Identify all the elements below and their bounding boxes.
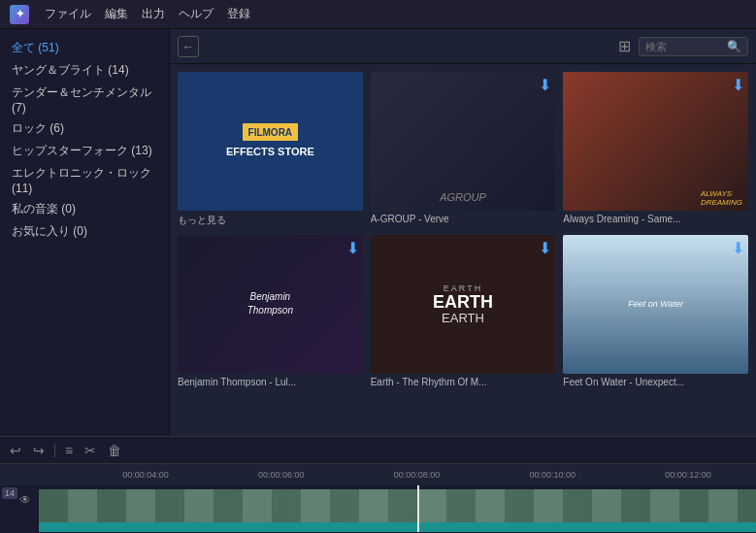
track-number: 14 [2,487,17,499]
earth-label-mid: EARTH [442,311,484,325]
menu-help[interactable]: ヘルプ [179,6,214,22]
music-item-label: A-GROUP - Verve [371,214,556,224]
music-item-label: Feet On Water - Unexpect... [563,377,748,387]
ruler-time-3: 00:00:08:00 [349,470,485,480]
menu-bar: ファイル 編集 出力 ヘルプ 登録 [45,6,250,22]
music-item-label: Always Dreaming - Same... [563,214,748,224]
clip-frame [39,489,756,524]
search-input[interactable] [645,41,723,52]
clip-frames [39,489,756,524]
thumbnail-feet: Feet on Water [563,235,748,374]
sidebar-item-electronic[interactable]: エレクトロニック・ロック (11) [0,162,169,198]
list-item[interactable]: FILMORA EFFECTS STORE もっと見る [178,72,363,227]
sidebar-item-tender[interactable]: テンダー＆センチメンタル (7) [0,82,169,117]
timeline: ↩ ↪ ≡ ✂ 🗑 00:00:04:00 00:00:06:00 00:00:… [0,436,756,533]
search-icon: 🔍 [727,40,741,53]
music-item-label: もっと見る [178,214,363,227]
timeline-controls: ↩ ↪ ≡ ✂ 🗑 [0,437,756,464]
list-item[interactable]: AGROUP ⬇ A-GROUP - Verve [371,72,556,227]
menu-output[interactable]: 出力 [142,6,165,22]
ruler-labels: 00:00:04:00 00:00:06:00 00:00:08:00 00:0… [39,470,756,480]
menu-edit[interactable]: 編集 [105,6,128,22]
thumbnail-agroup: AGROUP [371,72,556,211]
menu-register[interactable]: 登録 [227,6,250,22]
thumbnail-benjamin: BenjaminThompson [178,235,363,374]
redo-button[interactable]: ↪ [31,441,47,460]
ruler-time-2: 00:00:06:00 [214,470,349,480]
cut-button[interactable]: ✂ [82,441,98,460]
download-icon: ⬇ [732,239,744,257]
music-item-label: Earth - The Rhythm Of M... [371,377,556,387]
download-icon: ⬇ [732,76,744,94]
music-track [39,522,756,532]
sidebar-item-all[interactable]: 全て (51) [0,37,169,59]
always-text: ALWAYSDREAMING [701,189,742,207]
content-topbar: ← ⊞ 🔍 [170,29,756,64]
download-icon: ⬇ [346,239,359,257]
thumbnail-earth: EARTH EARTH EARTH [371,235,556,374]
ruler-time-1: 00:00:04:00 [78,470,214,480]
download-icon: ⬇ [539,239,551,257]
sidebar-item-rock[interactable]: ロック (6) [0,117,169,140]
playhead-head [413,485,423,486]
feet-text: Feet on Water [628,299,683,309]
sidebar-item-favorites[interactable]: お気に入り (0) [0,220,169,243]
download-icon: ⬇ [539,76,551,94]
menu-file[interactable]: ファイル [45,6,91,22]
timeline-ruler: 00:00:04:00 00:00:06:00 00:00:08:00 00:0… [0,464,756,485]
sidebar-item-hiphop[interactable]: ヒップスターフォーク (13) [0,140,169,162]
thumbnail-always: ALWAYSDREAMING [563,72,748,211]
ruler-time-5: 00:00:12:00 [620,470,756,480]
list-item[interactable]: BenjaminThompson ⬇ Benjamin Thompson - L… [178,235,363,387]
music-item-label: Benjamin Thompson - Lul... [178,377,363,387]
benjamin-text: BenjaminThompson [247,290,293,317]
topbar-right: ⊞ 🔍 [618,37,748,56]
list-item[interactable]: Feet on Water ⬇ Feet On Water - Unexpect… [563,235,748,387]
filmora-label: FILMORA [248,127,293,138]
ruler-time-4: 00:00:10:00 [484,470,620,480]
list-item[interactable]: EARTH EARTH EARTH ⬇ Earth - The Rhythm O… [371,235,556,387]
undo-button[interactable]: ↩ [8,441,23,460]
delete-button[interactable]: 🗑 [106,441,123,460]
search-box[interactable]: 🔍 [639,37,748,56]
split-button[interactable]: ≡ [63,441,75,460]
playhead [417,485,419,532]
separator [54,444,55,457]
back-button[interactable]: ← [178,36,199,57]
track-visibility-icon[interactable]: 👁 [19,493,31,507]
sidebar-item-mymusic[interactable]: 私の音楽 (0) [0,198,169,220]
thumbnail-filmora: FILMORA EFFECTS STORE [178,72,363,211]
grid-view-button[interactable]: ⊞ [618,37,631,55]
app-logo: ✦ [10,5,29,24]
list-item[interactable]: ALWAYSDREAMING ⬇ Always Dreaming - Same.… [563,72,748,227]
music-grid: FILMORA EFFECTS STORE もっと見る AGROUP ⬇ A-G… [170,64,756,465]
video-track: 14 👁 [0,485,756,532]
store-title: EFFECTS STORE [226,145,314,158]
earth-label-large: EARTH [433,293,493,311]
titlebar: ✦ ファイル 編集 出力 ヘルプ 登録 [0,0,756,29]
sidebar-item-young[interactable]: ヤング＆ブライト (14) [0,59,169,82]
